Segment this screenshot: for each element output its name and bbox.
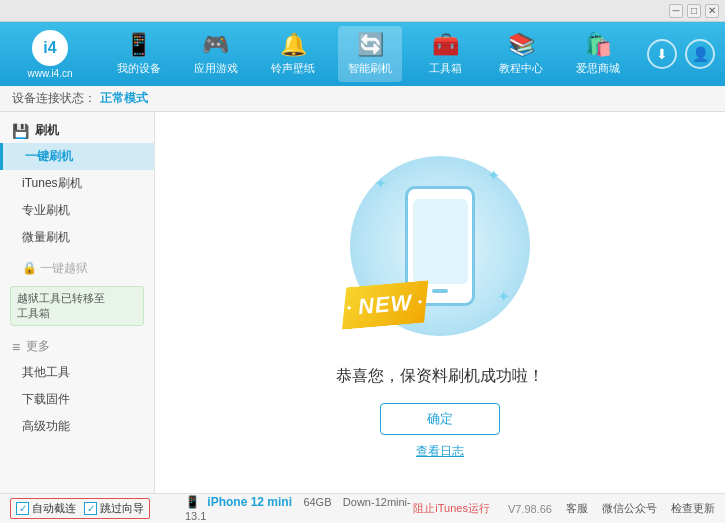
nav-smart-shop[interactable]: 🔄 智能刷机 bbox=[338, 26, 402, 82]
title-bar: ─ □ ✕ bbox=[0, 0, 725, 22]
circle-background: ✦ ✦ ✦ ✦ NEW ✦ bbox=[350, 156, 530, 336]
advanced-item[interactable]: 高级功能 bbox=[0, 413, 154, 440]
nav-think-shop-label: 爱思商城 bbox=[576, 61, 620, 76]
confirm-button[interactable]: 确定 bbox=[380, 403, 500, 435]
version-text: V7.98.66 bbox=[508, 503, 552, 515]
itunes-flash-item[interactable]: iTunes刷机 bbox=[0, 170, 154, 197]
flash-section: 💾 刷机 一键刷机 iTunes刷机 专业刷机 微量刷机 bbox=[0, 116, 154, 253]
wechat-link[interactable]: 微信公众号 bbox=[602, 501, 657, 516]
jailbreak-section: 🔒 一键越狱 越狱工具已转移至 工具箱 bbox=[0, 253, 154, 332]
dual-flash-item[interactable]: 微量刷机 bbox=[0, 224, 154, 251]
one-key-flash-item[interactable]: 一键刷机 bbox=[0, 143, 154, 170]
status-value: 正常模式 bbox=[100, 90, 148, 107]
nav-tutorial-label: 教程中心 bbox=[499, 61, 543, 76]
user-button[interactable]: 👤 bbox=[685, 39, 715, 69]
tutorial-icon: 📚 bbox=[508, 32, 535, 58]
bottom-bar: 自动截连 跳过向导 📱 iPhone 12 mini 64GB Down-12m… bbox=[0, 493, 725, 523]
flash-section-label: 刷机 bbox=[35, 122, 59, 139]
logo-icon: i4 bbox=[32, 30, 68, 66]
flash-section-header: 💾 刷机 bbox=[0, 118, 154, 143]
sparkle-3: ✦ bbox=[497, 287, 510, 306]
apps-games-icon: 🎮 bbox=[202, 32, 229, 58]
bottom-right: 阻止iTunes运行 V7.98.66 客服 微信公众号 检查更新 bbox=[413, 501, 715, 516]
flash-section-icon: 💾 bbox=[12, 123, 29, 139]
bottom-left: 自动截连 跳过向导 bbox=[10, 498, 175, 519]
close-button[interactable]: ✕ bbox=[705, 4, 719, 18]
phone-button bbox=[432, 289, 448, 293]
think-shop-icon: 🛍️ bbox=[585, 32, 612, 58]
star-right: ✦ bbox=[417, 297, 425, 307]
status-prefix: 设备连接状态： bbox=[12, 90, 96, 107]
maximize-button[interactable]: □ bbox=[687, 4, 701, 18]
new-badge: ✦ NEW ✦ bbox=[338, 280, 432, 330]
nav-think-shop[interactable]: 🛍️ 爱思商城 bbox=[566, 26, 630, 82]
check-update-link[interactable]: 检查更新 bbox=[671, 501, 715, 516]
lock-icon: 🔒 bbox=[22, 261, 37, 275]
download-firmware-item[interactable]: 下载固件 bbox=[0, 386, 154, 413]
phone-screen bbox=[413, 199, 468, 284]
stop-itunes-button[interactable]: 阻止iTunes运行 bbox=[413, 501, 490, 516]
nav-tutorial[interactable]: 📚 教程中心 bbox=[489, 26, 553, 82]
stop-itunes-area: 阻止iTunes运行 bbox=[413, 501, 494, 516]
my-device-icon: 📱 bbox=[125, 32, 152, 58]
other-tools-item[interactable]: 其他工具 bbox=[0, 359, 154, 386]
minimize-button[interactable]: ─ bbox=[669, 4, 683, 18]
logo-subtitle: www.i4.cn bbox=[27, 68, 72, 79]
smart-shop-icon: 🔄 bbox=[357, 32, 384, 58]
skip-guide-box[interactable] bbox=[84, 502, 97, 515]
sidebar-notice: 越狱工具已转移至 工具箱 bbox=[10, 286, 144, 326]
star-left: ✦ bbox=[346, 303, 354, 313]
nav-toolbox[interactable]: 🧰 工具箱 bbox=[416, 26, 476, 82]
sidebar: 💾 刷机 一键刷机 iTunes刷机 专业刷机 微量刷机 🔒 一键越狱 bbox=[0, 112, 155, 493]
success-message: 恭喜您，保资料刷机成功啦！ bbox=[336, 366, 544, 387]
skip-guide-checkbox[interactable]: 跳过向导 bbox=[84, 501, 144, 516]
nav-toolbox-label: 工具箱 bbox=[429, 61, 462, 76]
auto-connect-checkbox[interactable]: 自动截连 bbox=[16, 501, 76, 516]
more-section-header: 更多 bbox=[0, 334, 154, 359]
success-illustration: ✦ ✦ ✦ ✦ NEW ✦ bbox=[340, 146, 540, 346]
device-storage: 64GB bbox=[303, 496, 331, 508]
nav-items: 📱 我的设备 🎮 应用游戏 🔔 铃声壁纸 🔄 智能刷机 🧰 工具箱 📚 教程中心… bbox=[100, 26, 637, 82]
toolbox-icon: 🧰 bbox=[432, 32, 459, 58]
auto-connect-box[interactable] bbox=[16, 502, 29, 515]
device-info: 📱 iPhone 12 mini 64GB Down-12mini-13.1 bbox=[175, 495, 413, 523]
nav-ringtones-label: 铃声壁纸 bbox=[271, 61, 315, 76]
jailbreak-item: 🔒 一键越狱 bbox=[0, 255, 154, 282]
sparkle-2: ✦ bbox=[487, 166, 500, 185]
nav-my-device-label: 我的设备 bbox=[117, 61, 161, 76]
more-section: 更多 其他工具 下载固件 高级功能 bbox=[0, 332, 154, 442]
main-area: 💾 刷机 一键刷机 iTunes刷机 专业刷机 微量刷机 🔒 一键越狱 bbox=[0, 112, 725, 493]
ringtones-icon: 🔔 bbox=[280, 32, 307, 58]
nav-apps-games-label: 应用游戏 bbox=[194, 61, 238, 76]
content-area: ✦ ✦ ✦ ✦ NEW ✦ 恭喜您，保资料刷机成功啦！ 确定 查看日志 bbox=[155, 112, 725, 493]
nav-apps-games[interactable]: 🎮 应用游戏 bbox=[184, 26, 248, 82]
device-status-bar: 设备连接状态： 正常模式 bbox=[0, 86, 725, 112]
pro-flash-item[interactable]: 专业刷机 bbox=[0, 197, 154, 224]
new-badge-text: NEW bbox=[357, 289, 413, 320]
device-name: iPhone 12 mini bbox=[207, 495, 292, 509]
logo-area: i4 www.i4.cn bbox=[10, 30, 90, 79]
download-button[interactable]: ⬇ bbox=[647, 39, 677, 69]
view-log-link[interactable]: 查看日志 bbox=[416, 443, 464, 460]
nav-ringtones[interactable]: 🔔 铃声壁纸 bbox=[261, 26, 325, 82]
sparkle-1: ✦ bbox=[374, 174, 387, 193]
service-link[interactable]: 客服 bbox=[566, 501, 588, 516]
device-icon: 📱 bbox=[185, 495, 200, 509]
nav-smart-shop-label: 智能刷机 bbox=[348, 61, 392, 76]
nav-right-buttons: ⬇ 👤 bbox=[647, 39, 715, 69]
nav-my-device[interactable]: 📱 我的设备 bbox=[107, 26, 171, 82]
top-nav: i4 www.i4.cn 📱 我的设备 🎮 应用游戏 🔔 铃声壁纸 🔄 智能刷机… bbox=[0, 22, 725, 86]
